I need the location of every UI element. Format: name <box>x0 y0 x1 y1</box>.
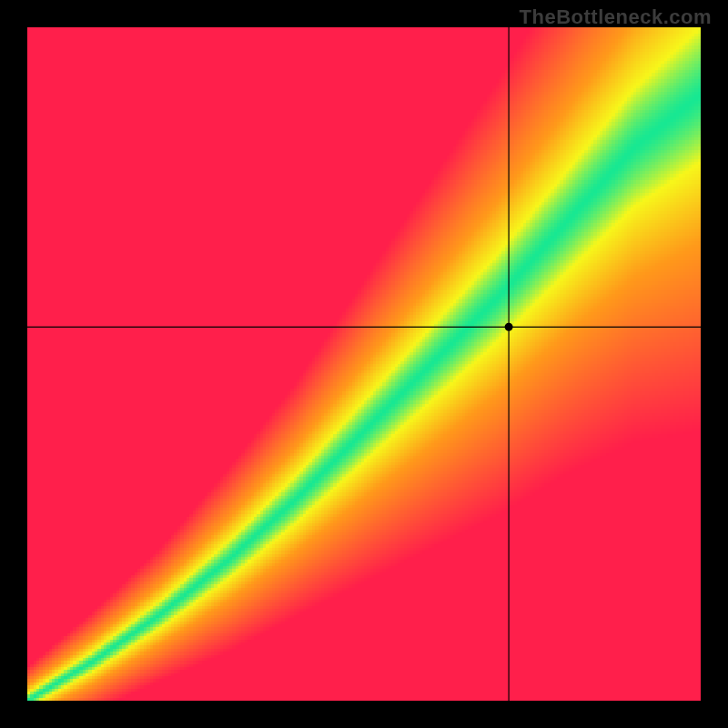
crosshair-overlay <box>27 27 701 701</box>
chart-frame: TheBottleneck.com <box>0 0 728 728</box>
plot-area <box>27 27 701 701</box>
crosshair <box>27 27 701 701</box>
crosshair-marker-dot <box>505 323 513 331</box>
watermark-text: TheBottleneck.com <box>520 5 712 29</box>
